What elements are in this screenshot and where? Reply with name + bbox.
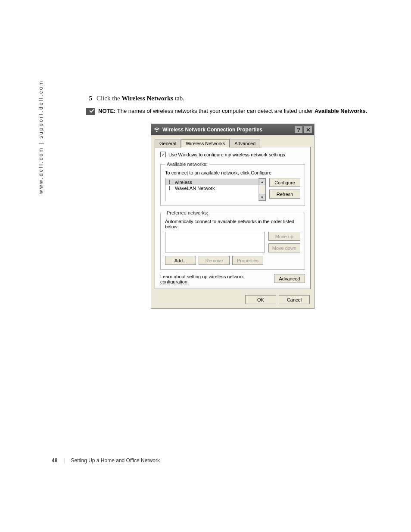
step-number: 5	[86, 95, 92, 102]
move-down-button[interactable]: Move down	[268, 243, 300, 252]
dialog-footer: OK Cancel	[151, 292, 314, 308]
section-title: Setting Up a Home and Office Network	[71, 457, 160, 464]
checkbox-label: Use Windows to configure my wireless net…	[168, 152, 285, 157]
svg-point-4	[169, 189, 170, 190]
page-content: 5 Click the Wireless Networks tab. NOTE:…	[86, 95, 379, 309]
footer-separator: |	[63, 457, 65, 464]
tab-advanced[interactable]: Advanced	[230, 140, 260, 148]
properties-button[interactable]: Properties	[232, 256, 263, 265]
page-footer: 48 | Setting Up a Home and Office Networ…	[52, 457, 160, 464]
network-icon	[168, 180, 172, 184]
note-callout: NOTE: The names of wireless networks tha…	[86, 107, 379, 115]
dialog-titlebar[interactable]: Wireless Network Connection Properties ?…	[151, 124, 314, 135]
preferred-networks-desc: Automatically connect to available netwo…	[165, 219, 300, 229]
use-windows-checkbox-row[interactable]: ✓ Use Windows to configure my wireless n…	[160, 152, 305, 157]
scroll-down-icon[interactable]: ▼	[259, 194, 265, 201]
wireless-icon	[154, 127, 160, 133]
help-button[interactable]: ?	[294, 126, 303, 134]
tab-wireless-networks[interactable]: Wireless Networks	[181, 139, 230, 147]
note-icon	[86, 108, 95, 115]
available-networks-group: Available networks: To connect to an ava…	[160, 162, 305, 206]
list-item[interactable]: wireless	[165, 179, 258, 185]
preferred-networks-listbox[interactable]	[165, 232, 265, 252]
dialog-title: Wireless Network Connection Properties	[162, 127, 293, 133]
tab-panel: ✓ Use Windows to configure my wireless n…	[155, 147, 311, 289]
cancel-button[interactable]: Cancel	[279, 295, 310, 304]
available-networks-legend: Available networks:	[165, 162, 209, 167]
network-name: wireless	[175, 180, 192, 185]
svg-point-0	[156, 131, 158, 132]
refresh-button[interactable]: Refresh	[269, 190, 300, 199]
network-name: WaveLAN Network	[175, 186, 215, 191]
scroll-track[interactable]	[259, 185, 265, 194]
learn-about-text: Learn about setting up wireless network …	[160, 274, 269, 284]
svg-rect-1	[169, 180, 170, 183]
remove-button[interactable]: Remove	[199, 256, 230, 265]
step-text: Click the Wireless Networks tab.	[97, 95, 184, 102]
configure-button[interactable]: Configure	[269, 178, 300, 187]
network-icon	[168, 186, 172, 190]
preferred-networks-legend: Preferred networks:	[165, 210, 210, 215]
properties-dialog: Wireless Network Connection Properties ?…	[151, 124, 314, 309]
preferred-networks-group: Preferred networks: Automatically connec…	[160, 210, 305, 270]
available-networks-listbox[interactable]: wireless WaveLAN Network ▲ ▼	[165, 178, 266, 201]
add-button[interactable]: Add...	[165, 256, 196, 265]
instruction-step: 5 Click the Wireless Networks tab.	[86, 95, 379, 102]
note-text: NOTE: The names of wireless networks tha…	[98, 107, 367, 115]
list-item[interactable]: WaveLAN Network	[165, 185, 258, 191]
scroll-up-icon[interactable]: ▲	[259, 178, 265, 185]
svg-point-2	[169, 183, 170, 184]
move-up-button[interactable]: Move up	[268, 232, 300, 241]
tab-general[interactable]: General	[155, 140, 181, 148]
ok-button[interactable]: OK	[245, 295, 276, 304]
svg-rect-3	[169, 186, 170, 189]
learn-about-row: Learn about setting up wireless network …	[160, 274, 305, 284]
scrollbar[interactable]: ▲ ▼	[258, 178, 265, 201]
page-number: 48	[52, 457, 57, 464]
advanced-button[interactable]: Advanced	[274, 274, 305, 283]
close-button[interactable]: ✕	[304, 126, 312, 134]
sidebar-url-text: www.dell.com | support.dell.com	[38, 80, 44, 194]
checkbox-icon[interactable]: ✓	[160, 152, 166, 157]
available-networks-desc: To connect to an available network, clic…	[165, 170, 300, 175]
tab-strip: General Wireless Networks Advanced	[151, 135, 314, 147]
